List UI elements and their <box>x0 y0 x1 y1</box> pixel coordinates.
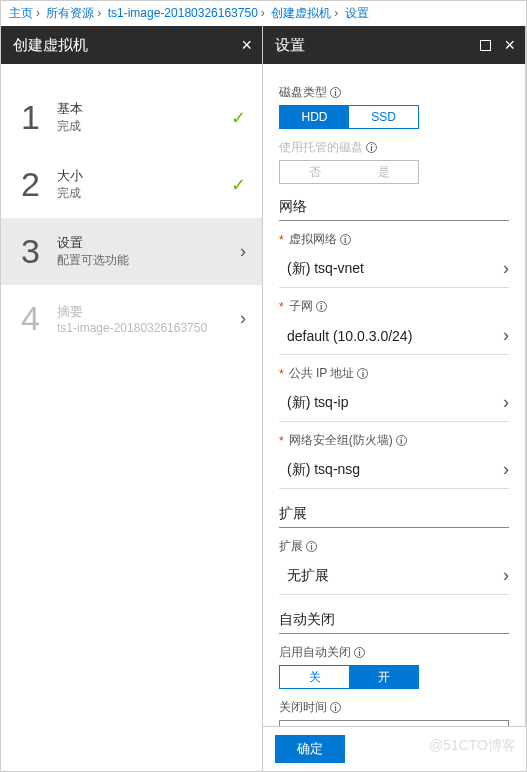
crumb-image[interactable]: ts1-image-20180326163750 <box>108 6 258 20</box>
picker-subnet[interactable]: default (10.0.3.0/24) › <box>279 319 509 355</box>
info-icon[interactable]: i <box>340 234 351 245</box>
maximize-icon[interactable] <box>480 40 491 51</box>
picker-nsg[interactable]: (新) tsq-nsg › <box>279 453 509 489</box>
managed-disk-label: 使用托管的磁盘i <box>279 139 509 156</box>
toggle-ssd[interactable]: SSD <box>349 106 418 128</box>
picker-extensions[interactable]: 无扩展 › <box>279 559 509 595</box>
disk-type-toggle[interactable]: HDD SSD <box>279 105 419 129</box>
panel-title: 创建虚拟机 <box>13 36 88 55</box>
step-settings[interactable]: 3 设置 配置可选功能 › <box>1 218 262 285</box>
toggle-hdd[interactable]: HDD <box>280 106 349 128</box>
picker-public-ip[interactable]: (新) tsq-ip › <box>279 386 509 422</box>
info-icon[interactable]: i <box>306 541 317 552</box>
close-icon[interactable]: × <box>504 35 515 56</box>
crumb-settings[interactable]: 设置 <box>345 6 369 20</box>
disk-type-label: 磁盘类型i <box>279 84 509 101</box>
crumb-resources[interactable]: 所有资源 <box>46 6 94 20</box>
section-network: 网络 <box>279 184 509 221</box>
section-autoshutdown: 自动关闭 <box>279 597 509 634</box>
chevron-right-icon: › <box>503 459 509 480</box>
crumb-home[interactable]: 主页 <box>9 6 33 20</box>
ok-button[interactable]: 确定 <box>275 735 345 763</box>
footer-bar: 确定 <box>263 726 526 771</box>
info-icon[interactable]: i <box>354 647 365 658</box>
managed-disk-toggle: 否 是 <box>279 160 419 184</box>
step-basic[interactable]: 1 基本 完成 ✓ <box>1 84 262 151</box>
panel-title: 设置 <box>275 36 305 55</box>
step-size[interactable]: 2 大小 完成 ✓ <box>1 151 262 218</box>
toggle-on[interactable]: 开 <box>349 666 418 688</box>
info-icon[interactable]: i <box>330 87 341 98</box>
chevron-right-icon: › <box>503 565 509 586</box>
close-icon[interactable]: × <box>241 35 252 56</box>
panel-header-right: 设置 × <box>263 26 525 64</box>
chevron-right-icon: › <box>503 258 509 279</box>
info-icon[interactable]: i <box>316 301 327 312</box>
check-icon: ✓ <box>231 174 246 196</box>
info-icon[interactable]: i <box>396 435 407 446</box>
toggle-off[interactable]: 关 <box>280 666 349 688</box>
chevron-right-icon: › <box>503 392 509 413</box>
section-extensions: 扩展 <box>279 491 509 528</box>
info-icon[interactable]: i <box>366 142 377 153</box>
chevron-right-icon: › <box>240 308 246 329</box>
autoshutdown-toggle[interactable]: 关 开 <box>279 665 419 689</box>
check-icon: ✓ <box>231 107 246 129</box>
panel-create-vm: 创建虚拟机 × 1 基本 完成 ✓ 2 大小 完成 ✓ 3 <box>1 26 263 772</box>
panel-header-left: 创建虚拟机 × <box>1 26 262 64</box>
info-icon[interactable]: i <box>330 702 341 713</box>
panel-settings: 设置 × 磁盘类型i HDD SSD 使用托管的磁盘i 否 是 网络 *虚拟网络… <box>263 26 526 772</box>
step-summary[interactable]: 4 摘要 ts1-image-20180326163750 › <box>1 285 262 352</box>
chevron-right-icon: › <box>503 325 509 346</box>
crumb-create-vm[interactable]: 创建虚拟机 <box>271 6 331 20</box>
chevron-right-icon: › <box>240 241 246 262</box>
breadcrumb: 主页› 所有资源› ts1-image-20180326163750› 创建虚拟… <box>1 1 526 26</box>
info-icon[interactable]: i <box>357 368 368 379</box>
picker-vnet[interactable]: (新) tsq-vnet › <box>279 252 509 288</box>
